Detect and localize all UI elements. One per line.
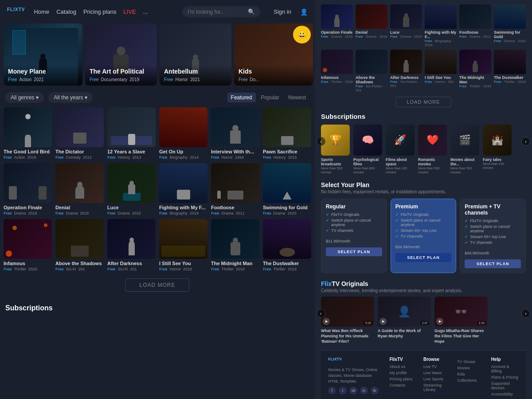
sub-card[interactable]: 🎬 Movies about the... More than 500 movi… [450, 125, 479, 174]
facebook-icon[interactable]: f [328, 387, 336, 395]
footer-link[interactable]: Pricing plans [390, 377, 417, 381]
hero-card-1[interactable]: Money Plane Free Action 2021 [4, 23, 82, 86]
orig-scroll-right[interactable]: › [521, 309, 530, 318]
movie-card[interactable]: Fighting with My F... FreeBiography2019 [159, 163, 207, 215]
sub-scroll-right[interactable]: › [521, 137, 530, 146]
movie-card[interactable]: Operation Finale FreeDrama2018 [4, 163, 52, 215]
mini-card[interactable]: Swimming for Gold Free · Drama · 2020 [494, 4, 526, 47]
footer-link[interactable]: Supported devices [491, 381, 519, 390]
sub-card[interactable]: 🏆 Sports broadcasts More than 500 movies [321, 125, 350, 174]
nav-more[interactable]: ... [143, 8, 148, 15]
tab-popular[interactable]: Popular [258, 93, 283, 102]
movie-card[interactable]: Get On Up FreeBiography2014 [159, 107, 207, 160]
tab-featured[interactable]: Featured [227, 93, 256, 102]
footer-link[interactable]: About us [390, 364, 417, 369]
original-card[interactable]: ▶ 5:03 What Was Ben Affleck Planning for… [321, 297, 374, 344]
original-card[interactable]: 👓 ▶ 2:19 Gugu Mbatha-Raw Shares the Film… [434, 297, 488, 344]
mini-card[interactable]: The Dustwalker Free · Thriller · 2019 [494, 50, 526, 92]
footer-link[interactable]: Live News [423, 371, 451, 375]
sub-card[interactable]: 🚀 Films about space More than 100 movies [386, 125, 415, 174]
mini-card[interactable]: Fighting with My F... Free · Biography ·… [425, 4, 457, 47]
play-icon[interactable]: ▶ [379, 318, 387, 325]
load-more-mini-button[interactable]: LOAD MORE [395, 97, 451, 107]
plan-section: Select Your Plan No hidden fees, equipme… [321, 181, 526, 273]
logo[interactable]: FLIXTV [7, 7, 25, 16]
mini-card[interactable]: Operation Finale Free · Drama · 2018 [321, 4, 353, 47]
sub-card[interactable]: ❤️ Romantic movies More than 500 movies [418, 125, 447, 174]
movie-card[interactable]: I Still See You FreeHorror2018 [159, 219, 207, 271]
mini-card[interactable]: Above the Shadows Free · Sci-Fiction · 2… [356, 50, 387, 92]
hero-title-3: Antebellum [164, 68, 227, 75]
original-card[interactable]: 👤 ▶ 2:47 A Guide to the Work of Ryan Mur… [378, 297, 431, 344]
plan-select-premium-tv[interactable]: SELECT PLAN [465, 259, 521, 268]
mini-card[interactable]: Denial Free · Drama · 2016 [356, 4, 387, 47]
tiktok-icon[interactable]: tk [371, 387, 379, 395]
movie-title: The Dustwalker [263, 261, 311, 266]
mini-card[interactable]: Infamous Free · Thriller · 2028 [321, 50, 353, 92]
right-panel: Operation Finale Free · Drama · 2018 Den… [315, 0, 532, 399]
linkedin-icon[interactable]: in [360, 387, 368, 395]
play-icon[interactable]: ▶ [436, 318, 443, 325]
movie-card[interactable]: 12 Years a Slave FreeHistory2013 [107, 107, 156, 160]
footer-link[interactable]: Plans & Pricing [491, 375, 519, 379]
mini-card[interactable]: Luce Free · Drama · 2019 [390, 4, 422, 47]
search-bar[interactable]: 🔍 [182, 6, 260, 17]
tab-newest[interactable]: Newest [285, 93, 309, 102]
plan-select-regular[interactable]: SELECT PLAN [326, 247, 382, 256]
signin-button[interactable]: Sign in [274, 8, 291, 15]
mini-card[interactable]: I Still See You Free · Horror · 201 [425, 50, 457, 92]
user-icon[interactable]: 👤 [300, 8, 308, 16]
nav-pricing[interactable]: Pricing plans [83, 8, 116, 15]
footer-link[interactable]: Kids [457, 372, 485, 376]
search-input[interactable] [188, 9, 245, 15]
mini-card[interactable]: After Darkness Free · Sci-Fiction · 201 [390, 50, 422, 92]
year-filter[interactable]: All the years ▾ [48, 92, 93, 103]
load-more-button[interactable]: LOAD MORE [125, 278, 189, 292]
nav-home[interactable]: Home [34, 8, 49, 15]
footer-link[interactable]: Accessibility [491, 392, 519, 396]
footer-link[interactable]: Account & Billing [491, 364, 519, 373]
vk-icon[interactable]: vk [349, 387, 357, 395]
hero-card-4[interactable]: 😀 Kids Free Do... [234, 23, 313, 86]
hero-card-2[interactable]: The Art of Political Free Documentary 20… [85, 23, 157, 86]
footer-link[interactable]: Live Sports [423, 377, 451, 381]
footer-logo: FLIXTV [328, 357, 383, 364]
twitter-icon[interactable]: t [339, 387, 347, 395]
play-icon[interactable]: ▶ [323, 318, 330, 325]
sub-card[interactable]: 🧠 Psychological films More than 600 movi… [353, 125, 382, 174]
sub-card[interactable]: 🏰 Fairy tales More than 100 movies [483, 125, 512, 174]
movie-card[interactable]: Interview With th... FreeHorror1994 [211, 107, 259, 160]
movie-card[interactable]: The Midnight Man FreeThriller2018 [211, 219, 259, 271]
hero-card-3[interactable]: Antebellum Free Horror 2021 [160, 23, 231, 86]
plan-regular: Regular FlixTV Originals Switch plans or… [321, 199, 387, 273]
footer-link[interactable]: Movies [457, 366, 485, 370]
footer-link[interactable]: Contacts [390, 383, 417, 387]
footer-col-content: TV Shows Movies Kids Collections [457, 357, 485, 398]
mini-card[interactable]: Footloose Free · Drama · 2011 [459, 4, 491, 47]
nav-catalog[interactable]: Catalog [56, 8, 76, 15]
movie-card[interactable]: Infamous FreeThriller2020 [4, 219, 52, 271]
movie-card[interactable]: Above the Shadows FreeSci-Fi201 [55, 219, 104, 271]
footer-col-title: Help [491, 357, 519, 362]
genre-filter[interactable]: All genres ▾ [5, 92, 44, 103]
movie-card[interactable]: The Dictator FreeComedy2012 [55, 107, 104, 160]
plan-feature: Stream 65+ top Live [395, 228, 452, 233]
movie-card[interactable]: Swimming for Gold FreeDrama2020 [263, 163, 311, 215]
movie-card[interactable]: Denial FreeDrama2016 [55, 163, 104, 215]
footer-link[interactable]: Live TV [423, 364, 451, 369]
footer-link[interactable]: Collections [457, 378, 485, 383]
movie-card[interactable]: Pawn Sacrifice FreeHistory2015 [263, 107, 311, 160]
movie-card[interactable]: The Good Lord Bird FreeAction2019 [4, 107, 52, 160]
nav-live[interactable]: LIVE [123, 8, 136, 15]
footer-link[interactable]: Streaming Library [423, 383, 451, 392]
sub-scroll-left[interactable]: ‹ [317, 137, 325, 146]
movie-card[interactable]: Footloose FreeDrama2011 [211, 163, 259, 215]
originals-subtitle: Celebrity interviews, trending entertain… [321, 288, 526, 293]
movie-card[interactable]: The Dustwalker FreeThriller2019 [263, 219, 311, 271]
footer-link[interactable]: TV Shows [457, 360, 485, 364]
movie-card[interactable]: Luce FreeDrama2019 [107, 163, 156, 215]
mini-card[interactable]: The Midnight Man Free · Thriller · 2018 [459, 50, 491, 92]
plan-select-premium[interactable]: SELECT PLAN [395, 253, 452, 262]
movie-card[interactable]: After Darkness FreeSci-Fi201 [107, 219, 156, 271]
footer-link[interactable]: My profile [390, 371, 417, 375]
